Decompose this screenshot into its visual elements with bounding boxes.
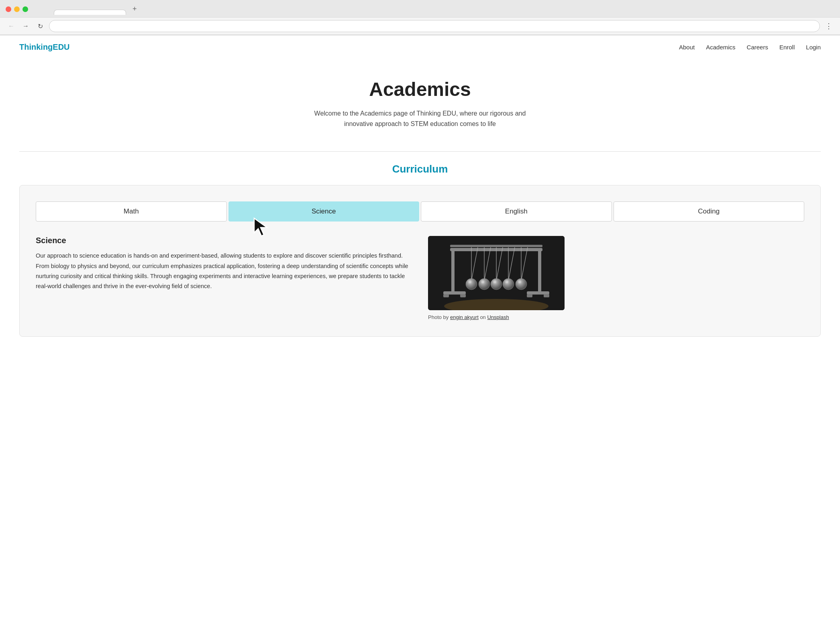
browser-titlebar: + [0, 0, 840, 17]
tabs-wrapper: Math Science English Coding [36, 201, 804, 236]
close-button[interactable] [6, 6, 11, 12]
new-tab-button[interactable]: + [128, 3, 141, 15]
svg-point-18 [479, 278, 490, 290]
science-image-area: Photo by engin akyurt on Unsplash [428, 236, 804, 320]
traffic-lights [6, 6, 28, 12]
back-button[interactable]: ← [6, 20, 17, 32]
photo-credit-on: on [479, 314, 487, 320]
svg-rect-5 [538, 248, 541, 292]
svg-point-29 [481, 280, 484, 283]
maximize-button[interactable] [22, 6, 28, 12]
nav-link-enroll[interactable]: Enroll [779, 44, 795, 51]
nav-link-academics[interactable]: Academics [706, 44, 735, 51]
browser-toolbar: ← → ↻ ⋮ [0, 17, 840, 35]
hero-section: Academics Welcome to the Academics page … [0, 59, 840, 143]
nav-links: About Academics Careers Enroll Login [679, 44, 821, 51]
svg-rect-4 [451, 248, 455, 292]
browser-chrome: + ← → ↻ ⋮ [0, 0, 840, 35]
science-title: Science [36, 236, 412, 245]
tab-content-science: Science Our approach to science educatio… [36, 236, 804, 320]
svg-rect-9 [460, 294, 466, 297]
svg-point-31 [505, 280, 508, 283]
svg-point-21 [491, 278, 502, 290]
science-description: Our approach to science education is han… [36, 251, 412, 292]
active-tab[interactable] [54, 10, 126, 15]
photo-credit-author-link[interactable]: engin akyurt [450, 314, 479, 320]
nav-link-careers[interactable]: Careers [747, 44, 768, 51]
page-title: Academics [8, 78, 832, 100]
forward-button[interactable]: → [20, 20, 31, 32]
site-nav: ThinkingEDU About Academics Careers Enro… [0, 35, 840, 59]
nav-link-login[interactable]: Login [806, 44, 821, 51]
site-logo[interactable]: ThinkingEDU [19, 43, 70, 52]
svg-rect-12 [450, 245, 542, 247]
svg-point-27 [516, 278, 527, 290]
tabs-row: Math Science English Coding [36, 201, 804, 222]
svg-rect-11 [544, 294, 549, 297]
browser-menu-button[interactable]: ⋮ [823, 20, 834, 32]
tab-english[interactable]: English [421, 201, 612, 222]
curriculum-card: Math Science English Coding Science Our … [19, 185, 821, 337]
photo-credit-text: Photo by [428, 314, 450, 320]
tab-coding[interactable]: Coding [614, 201, 805, 222]
curriculum-section: Curriculum Math Science English Coding S… [0, 152, 840, 353]
tab-math[interactable]: Math [36, 201, 227, 222]
curriculum-title: Curriculum [19, 152, 821, 185]
science-text: Science Our approach to science educatio… [36, 236, 412, 292]
svg-point-28 [468, 280, 471, 283]
svg-rect-10 [527, 294, 532, 297]
svg-rect-6 [443, 291, 466, 295]
svg-point-32 [518, 280, 521, 283]
tab-bar: + [34, 3, 161, 15]
tab-science[interactable]: Science [228, 201, 420, 222]
photo-credit-source-link[interactable]: Unsplash [487, 314, 509, 320]
svg-point-30 [493, 280, 496, 283]
svg-rect-8 [443, 294, 449, 297]
photo-credit: Photo by engin akyurt on Unsplash [428, 314, 509, 320]
svg-point-15 [466, 278, 477, 290]
science-image [428, 236, 565, 310]
minimize-button[interactable] [14, 6, 20, 12]
hero-description: Welcome to the Academics page of Thinkin… [304, 108, 536, 129]
newtons-cradle-svg [428, 236, 565, 310]
nav-link-about[interactable]: About [679, 44, 695, 51]
svg-point-24 [503, 278, 514, 290]
svg-rect-7 [527, 291, 549, 295]
reload-button[interactable]: ↻ [35, 20, 46, 32]
address-bar[interactable] [49, 20, 820, 32]
page-wrapper: ThinkingEDU About Academics Careers Enro… [0, 35, 840, 632]
